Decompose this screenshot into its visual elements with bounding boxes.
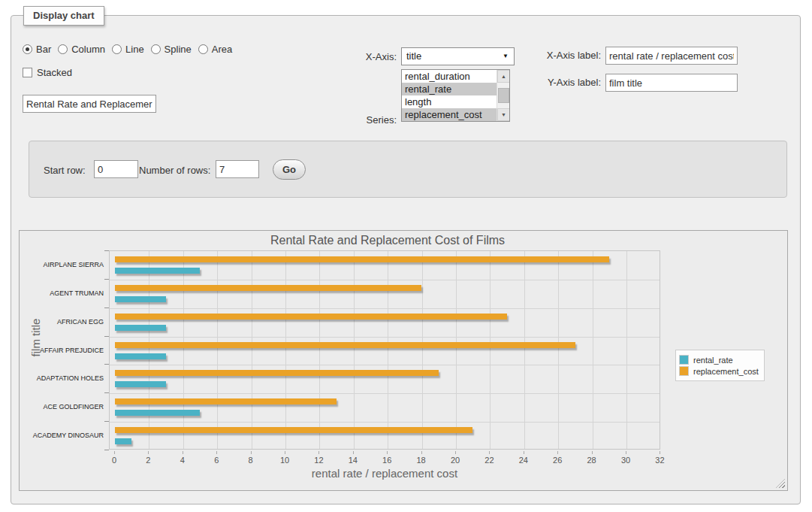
x-axis-selected-value: title [406, 50, 421, 62]
y-tick-mark [104, 279, 109, 280]
bar-replacement_cost [115, 427, 472, 433]
chart-type-label-line[interactable]: Line [125, 44, 144, 55]
bar-replacement_cost [115, 256, 609, 262]
gridline [110, 393, 660, 394]
y-tick-mark [104, 250, 109, 251]
number-of-rows-label: Number of rows: [139, 165, 210, 176]
series-option-rental_rate[interactable]: rental_rate [402, 83, 509, 95]
bar-replacement_cost [115, 314, 507, 320]
scrollbar-thumb[interactable] [498, 88, 509, 103]
series-listbox[interactable]: rental_durationrental_ratelengthreplacem… [401, 69, 510, 122]
x-tick-label: 14 [342, 456, 364, 465]
chart-type-label-bar[interactable]: Bar [36, 44, 51, 55]
gridline [110, 308, 660, 309]
number-of-rows-input[interactable] [216, 160, 259, 178]
x-tick-mark [626, 451, 626, 454]
series-label: Series: [320, 114, 397, 126]
x-tick-mark [660, 451, 660, 454]
bar-rental_rate [115, 410, 200, 416]
x-tick-label: 2 [137, 456, 159, 465]
x-tick-mark [524, 451, 524, 454]
gridline [524, 251, 525, 449]
gridline [456, 251, 457, 449]
category-label: ACE GOLDFINGER [20, 403, 104, 411]
chart-x-axis-title: rental rate / replacement cost [109, 467, 660, 480]
x-tick-mark [251, 451, 252, 454]
legend-entry: rental_rate [679, 355, 759, 365]
scrollbar-down-icon[interactable]: ▼ [497, 108, 510, 121]
chart-type-radio-column[interactable] [58, 44, 68, 54]
bar-replacement_cost [115, 398, 337, 404]
chart-type-label-column[interactable]: Column [71, 44, 105, 55]
chart-y-axis-title: film title [29, 319, 42, 357]
fieldset-legend: Display chart [23, 6, 104, 26]
chart-title: Rental Rate and Replacement Cost of Film… [20, 234, 756, 247]
x-tick-mark [353, 451, 354, 454]
chart-type-radio-area[interactable] [198, 44, 208, 54]
x-tick-mark [455, 451, 456, 454]
x-axis-caption-input[interactable] [605, 47, 738, 65]
series-option-rental_duration[interactable]: rental_duration [402, 70, 509, 83]
display-chart-page: Display chart BarColumnLineSplineArea St… [0, 0, 812, 512]
category-label: AGENT TRUMAN [20, 289, 104, 297]
bar-rental_rate [115, 381, 166, 387]
x-tick-label: 24 [512, 456, 535, 465]
chart-type-label-area[interactable]: Area [212, 44, 232, 55]
gridline [388, 251, 388, 449]
category-label: AIRPLANE SIERRA [20, 261, 104, 268]
x-tick-label: 8 [240, 456, 262, 465]
x-tick-mark [318, 451, 319, 454]
x-tick-mark [387, 451, 388, 454]
chart-legend: rental_ratereplacement_cost [675, 350, 765, 381]
x-tick-label: 12 [307, 456, 330, 465]
go-button[interactable]: Go [273, 159, 306, 180]
start-row-input[interactable] [94, 160, 138, 178]
y-tick-mark [104, 336, 109, 337]
legend-swatch-icon [679, 366, 689, 376]
x-axis-select[interactable]: title ▼ [401, 47, 515, 65]
bar-replacement_cost [115, 370, 439, 376]
y-axis-caption-input[interactable] [605, 74, 738, 92]
stacked-label[interactable]: Stacked [37, 67, 72, 78]
chart-title-input[interactable] [23, 95, 156, 113]
scrollbar-up-icon[interactable]: ▲ [497, 70, 510, 83]
x-tick-label: 32 [648, 456, 671, 465]
bar-replacement_cost [115, 285, 421, 291]
bar-rental_rate [115, 438, 131, 444]
gridline [110, 280, 660, 280]
chart-type-label-spline[interactable]: Spline [165, 44, 192, 55]
row-range-panel: Start row: Number of rows: Go [29, 141, 787, 198]
chevron-down-icon: ▼ [503, 48, 509, 65]
display-chart-fieldset: Display chart BarColumnLineSplineArea St… [11, 15, 801, 504]
chart-type-radio-line[interactable] [112, 44, 122, 54]
legend-swatch-icon [679, 355, 689, 365]
chart-plot-area [109, 250, 660, 450]
x-tick-label: 20 [444, 456, 466, 465]
y-tick-mark [104, 421, 109, 422]
x-tick-mark [216, 451, 217, 454]
y-tick-mark [104, 450, 109, 450]
stacked-checkbox[interactable] [23, 68, 32, 77]
chart-type-group: BarColumnLineSplineArea [23, 44, 239, 55]
series-option-replacement_cost[interactable]: replacement_cost [402, 108, 509, 121]
gridline [422, 251, 423, 449]
bar-replacement_cost [115, 342, 575, 348]
legend-entry: replacement_cost [679, 366, 759, 376]
series-scrollbar[interactable]: ▲ ▼ [497, 70, 509, 121]
series-option-length[interactable]: length [402, 95, 509, 108]
gridline [490, 251, 491, 449]
x-tick-label: 0 [103, 456, 125, 465]
resize-grip-icon[interactable] [776, 479, 785, 488]
bar-rental_rate [115, 325, 166, 331]
chart-type-radio-bar[interactable] [23, 44, 32, 54]
gridline [183, 251, 184, 449]
gridline [593, 251, 593, 449]
gridline [354, 251, 355, 449]
gridline [252, 251, 252, 449]
x-tick-label: 28 [581, 456, 603, 465]
x-tick-label: 16 [376, 456, 398, 465]
y-tick-mark [104, 364, 109, 365]
x-tick-mark [421, 451, 422, 454]
chart-type-radio-spline[interactable] [151, 44, 161, 54]
stacked-row: Stacked [23, 67, 72, 78]
